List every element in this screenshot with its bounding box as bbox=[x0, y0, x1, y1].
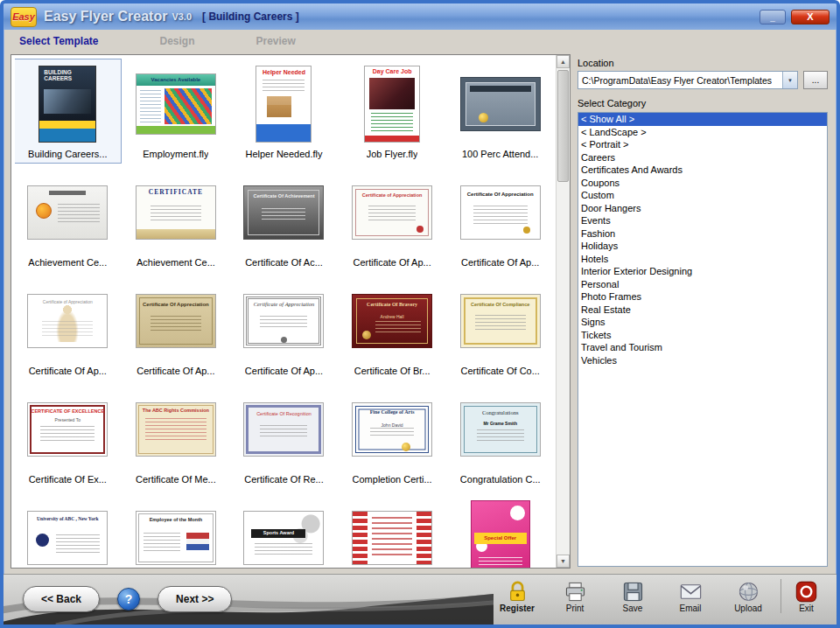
template-item-18[interactable]: Certificate Of Recognition Certificate O… bbox=[231, 385, 337, 488]
category-item[interactable]: Tickets bbox=[578, 329, 827, 342]
back-button[interactable]: << Back bbox=[23, 586, 100, 612]
thumb-title: Certificate Of Recognition bbox=[246, 411, 321, 417]
action-print-button[interactable]: Print bbox=[550, 579, 600, 613]
grid-scrollbar[interactable]: ▲ ▼ bbox=[556, 55, 570, 568]
category-item[interactable]: Personal bbox=[578, 278, 827, 291]
thumb-lines bbox=[477, 429, 524, 443]
help-button[interactable]: ? bbox=[117, 588, 140, 611]
thumb-title: BUILDING CAREERS bbox=[44, 69, 94, 81]
template-item-3[interactable]: Helper Needed Helper Needed.fly bbox=[231, 59, 337, 163]
template-item-1[interactable]: BUILDING CAREERS Building Careers... bbox=[15, 59, 121, 163]
template-item-4[interactable]: Day Care Job Job Flyer.fly bbox=[340, 59, 445, 163]
tab-preview[interactable]: Preview bbox=[256, 35, 296, 47]
tab-select-template[interactable]: Select Template bbox=[19, 35, 98, 47]
thumb-band bbox=[186, 533, 209, 550]
category-item[interactable]: Travel and Tourism bbox=[578, 341, 827, 354]
template-item-15[interactable]: Certificate Of Compliance Certificate Of… bbox=[447, 276, 553, 380]
template-item-6[interactable]: Achievement Ce... bbox=[15, 168, 121, 271]
template-thumbnail: CERTIFICATE bbox=[136, 185, 216, 240]
template-item-9[interactable]: Certificate of Appreciation Certificate … bbox=[340, 168, 445, 271]
thumbnail-wrap: BUILDING CAREERS bbox=[38, 60, 96, 148]
category-item[interactable]: < LandScape > bbox=[578, 126, 827, 139]
browse-button[interactable]: ... bbox=[803, 71, 828, 89]
thumb-lines bbox=[39, 121, 95, 129]
action-email-button[interactable]: Email bbox=[665, 579, 716, 613]
thumb-band bbox=[136, 229, 215, 239]
template-item-24[interactable] bbox=[340, 493, 445, 568]
tab-design[interactable]: Design bbox=[159, 35, 194, 47]
category-item[interactable]: Coupons bbox=[578, 177, 827, 190]
category-item[interactable]: Signs bbox=[578, 316, 827, 329]
template-item-19[interactable]: Fine College of Arts John David Completi… bbox=[340, 385, 445, 488]
template-item-10[interactable]: Certificate Of Appreciation Certificate … bbox=[447, 168, 553, 271]
category-item[interactable]: < Show All > bbox=[578, 113, 827, 126]
template-item-25[interactable]: Special Offer bbox=[447, 493, 553, 568]
thumb-seal-icon bbox=[523, 227, 530, 234]
template-item-8[interactable]: Certificate Of Achievement Certificate O… bbox=[231, 168, 337, 271]
template-item-5[interactable]: 100 Perc Attend... bbox=[447, 59, 553, 163]
scroll-up-button[interactable]: ▲ bbox=[556, 55, 570, 68]
thumb-lines bbox=[260, 316, 307, 330]
template-item-12[interactable]: Certificate Of Appreciation Certificate … bbox=[123, 276, 229, 380]
template-name: Certificate Of Ap... bbox=[29, 366, 107, 378]
action-register-button[interactable]: Register bbox=[492, 579, 542, 613]
action-save-button[interactable]: Save bbox=[607, 579, 658, 613]
category-item[interactable]: Vehicles bbox=[578, 354, 827, 367]
category-item[interactable]: Hotels bbox=[578, 253, 827, 266]
scroll-thumb[interactable] bbox=[557, 70, 569, 182]
thumb-band bbox=[365, 136, 419, 142]
thumbnail-wrap: Helper Needed bbox=[256, 60, 312, 148]
template-item-21[interactable]: University of ABC , New York bbox=[15, 493, 121, 568]
template-thumbnail: Certificate Of Compliance bbox=[460, 294, 541, 348]
thumbnail-wrap: University of ABC , New York bbox=[27, 494, 108, 568]
email-icon bbox=[678, 579, 704, 604]
category-item[interactable]: Custom bbox=[578, 189, 827, 202]
category-item[interactable]: Door Hangers bbox=[578, 202, 827, 215]
thumb-lines bbox=[150, 206, 201, 221]
template-item-20[interactable]: Congratulations Mr Grame Smith Congratul… bbox=[447, 385, 553, 488]
template-thumbnail bbox=[352, 511, 432, 565]
thumbnail-wrap: Congratulations Mr Grame Smith bbox=[460, 386, 541, 473]
action-exit-button[interactable]: Exit bbox=[780, 579, 831, 613]
footer: << Back ? Next >> Register Print Save Em… bbox=[4, 574, 836, 625]
category-item[interactable]: Holidays bbox=[578, 240, 827, 253]
location-combobox[interactable]: C:\ProgramData\Easy Flyer Creator\Templa… bbox=[578, 71, 798, 89]
category-item[interactable]: Real Estate bbox=[578, 304, 827, 317]
template-item-22[interactable]: Employee of the Month bbox=[123, 493, 229, 568]
scroll-down-button[interactable]: ▼ bbox=[556, 555, 570, 568]
category-label: Select Category bbox=[578, 98, 828, 108]
template-item-11[interactable]: Certificate of Appreciation Certificate … bbox=[15, 276, 121, 380]
template-item-17[interactable]: The ABC Rights Commission Certificate Of… bbox=[123, 385, 229, 488]
category-item[interactable]: Events bbox=[578, 214, 827, 227]
category-item[interactable]: Certificates And Awards bbox=[578, 164, 827, 177]
template-item-16[interactable]: CERTIFICATE OF EXCELLENCE Presented To C… bbox=[15, 385, 121, 488]
thumb-lines bbox=[375, 321, 421, 333]
thumb-lines bbox=[260, 425, 307, 439]
thumb-lines bbox=[145, 418, 206, 443]
template-item-14[interactable]: Certificate Of Bravery Andrew Hall Certi… bbox=[340, 276, 445, 380]
minimize-button[interactable]: _ bbox=[760, 10, 786, 24]
thumbnail-wrap: Fine College of Arts John David bbox=[352, 386, 432, 473]
template-item-13[interactable]: Certificate of Appreciation Certificate … bbox=[231, 276, 337, 380]
chevron-down-icon[interactable]: ▼ bbox=[782, 72, 797, 88]
thumb-lines bbox=[470, 86, 531, 92]
category-item[interactable]: Fashion bbox=[578, 227, 827, 241]
thumb-title: CERTIFICATE OF EXCELLENCE bbox=[30, 408, 105, 415]
thumbnail-wrap: Certificate Of Bravery Andrew Hall bbox=[352, 277, 432, 365]
template-name: Building Careers... bbox=[28, 149, 108, 161]
template-item-2[interactable]: Vacancies Available Employment.fly bbox=[123, 59, 229, 163]
thumb-title: Employee of the Month bbox=[138, 517, 214, 523]
category-item[interactable]: Photo Frames bbox=[578, 290, 827, 304]
category-item[interactable]: < Portrait > bbox=[578, 138, 827, 151]
thumbnail-wrap: CERTIFICATE bbox=[136, 169, 216, 256]
template-item-23[interactable]: Sports Award bbox=[231, 493, 337, 568]
template-item-7[interactable]: CERTIFICATE Achievement Ce... bbox=[123, 168, 229, 271]
action-label: Upload bbox=[734, 604, 762, 613]
template-name: Certificate Of Ap... bbox=[353, 257, 430, 269]
next-button[interactable]: Next >> bbox=[158, 586, 232, 612]
action-upload-button[interactable]: Upload bbox=[723, 579, 774, 613]
close-button[interactable]: X bbox=[791, 10, 830, 24]
category-item[interactable]: Interior Exterior Designing bbox=[578, 265, 827, 278]
thumb-title: Certificate of Appreciation bbox=[246, 301, 321, 307]
category-item[interactable]: Careers bbox=[578, 151, 827, 164]
